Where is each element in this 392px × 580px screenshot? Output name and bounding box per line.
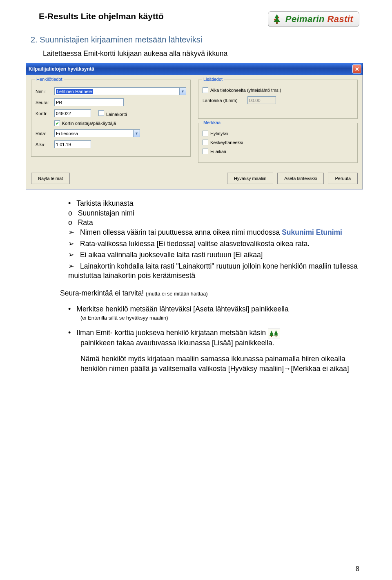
fieldset-merkkaa: Merkkaa Hylätyksi Keskeyttäneeksi Ei aik… [198,123,358,163]
nimi-select[interactable]: Lehtinen Hannele▼ [54,87,186,95]
dialog-window: Kilpailijatietojen hyväksyntä ✕ Henkilöt… [26,63,363,189]
aika-input[interactable]: 1.01.19 [54,140,91,148]
kortti-value: 048022 [56,111,71,116]
chevron-down-icon[interactable]: ▼ [179,88,186,95]
keskeyt-label: Keskeyttäneeksi [210,140,243,145]
omistaja-label: Kortin omistaja/pääkäyttäjä [62,121,116,126]
seura-input[interactable]: PR [54,98,124,106]
list-item: Ilman Emit- korttia juokseva henkilö kir… [68,329,280,347]
keskeyt-checkbox[interactable] [203,140,208,145]
legend-henkilotiedot: Henkilötiedot [35,77,64,82]
chevron-down-icon[interactable]: ▼ [133,130,140,137]
list-item: Suunnistajan nimi [68,209,359,218]
titlebar-text: Kilpailijatietojen hyväksyntä [29,66,94,72]
fieldset-henkilotiedot: Henkilötiedot Nimi: Lehtinen Hannele▼ Se… [31,80,191,157]
list-item: Lainakortin kohdalla laita rasti "Lainak… [68,262,359,281]
list-item: Ei aikaa valinnalla juoksevalle laita ra… [68,250,359,260]
omistaja-checkbox[interactable]: ✔ [54,120,60,126]
kortti-input[interactable]: 048022 [54,109,91,117]
label-nimi: Nimi: [36,89,54,94]
nimi-value: Lehtinen Hannele [56,89,93,94]
laina-label: Lainakortti [106,112,127,117]
seura-note: Seura-merkintää ei tarvita! (mutta ei se… [60,289,359,298]
brand-text: Peimarin Rastit [285,14,353,24]
paragraph: Nämä henkilöt myös kirjataan maaliin sam… [80,354,359,373]
list-item: Tarkista ikkunasta Suunnistajan nimi Rat… [68,198,359,281]
sub-note: (ei Enterillä sillä se hyväksyy maaliin) [80,314,359,322]
rata-value: Ei tiedossa [56,131,78,136]
trees-icon [268,329,280,338]
list-item: Nimen ollessa väärin tai puuttuessa anna… [68,228,359,238]
tree-icon [271,13,283,25]
section-heading: 2. Suunnistajien kirjaaminen metsään läh… [31,35,359,44]
svg-rect-3 [271,336,272,337]
laina-checkbox[interactable] [98,110,104,116]
aika-value: 1.01.19 [56,142,71,147]
eiaikaa-label: Ei aikaa [210,149,226,154]
label-aika: Aika: [36,142,54,147]
svg-point-1 [278,17,279,18]
seura-value: PR [56,100,62,105]
list-item: Rata [68,218,359,228]
peruuta-button[interactable]: Peruuta [328,173,358,184]
lahtoaika-input: 00.00 [247,96,276,104]
page-number: 8 [356,565,359,573]
list-item: Merkitse henkilö metsään lähteväksi [Ase… [68,305,289,313]
aikatk-checkbox[interactable] [203,87,208,93]
label-seura: Seura: [36,100,54,105]
page-title: E-Results Lite ohjelman käyttö [39,11,164,21]
intro-text: Laitettaessa Emit-kortti lukijaan aukeaa… [43,49,359,58]
eiaikaa-checkbox[interactable] [203,149,208,154]
hylatyksi-label: Hylätyksi [210,131,228,136]
svg-rect-4 [276,335,276,337]
label-kortti: Kortti: [36,111,54,116]
aseta-lahtevaksi-button[interactable]: Aseta lähteväksi [277,173,324,184]
legend-lisatiedot: Lisätiedot [202,77,224,82]
svg-rect-2 [276,22,278,24]
list-item: Rata-valikossa lukiessa [Ei tiedossa] va… [68,239,359,249]
hyvaksy-maaliin-button[interactable]: Hyväksy maaliin [227,173,273,184]
fieldset-lisatiedot: Lisätiedot Aika tietokoneelta (yhteisläh… [198,80,358,119]
close-icon[interactable]: ✕ [352,64,361,73]
rata-select[interactable]: Ei tiedossa▼ [54,129,140,137]
label-rata: Rata: [36,131,54,136]
lahtoaika-value: 00.00 [249,98,261,103]
titlebar: Kilpailijatietojen hyväksyntä ✕ [26,63,363,75]
legend-merkkaa: Merkkaa [202,120,222,125]
label-lahtoaika: Lähtöaika (tt.mm) [203,98,247,103]
svg-point-0 [274,19,276,20]
nayta-leimat-button[interactable]: Näytä leimat [31,173,70,184]
brand-badge: Peimarin Rastit [268,11,359,27]
hylatyksi-checkbox[interactable] [203,131,208,136]
aikatk-label: Aika tietokoneelta (yhteislähtö tms.) [210,88,281,93]
